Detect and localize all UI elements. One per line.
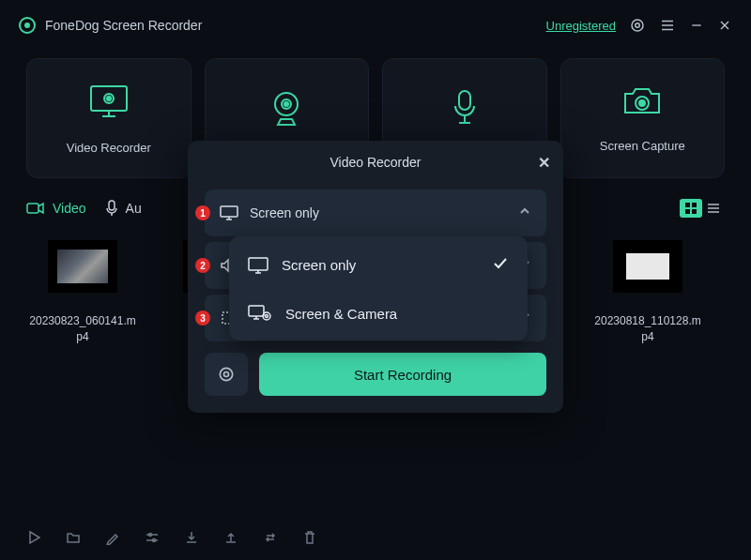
source-selector[interactable]: 1 Screen only: [205, 189, 546, 236]
svg-point-0: [632, 20, 643, 31]
option-screen-camera[interactable]: Screen & Camera: [229, 290, 528, 337]
titlebar: FoneDog Screen Recorder Unregistered: [0, 0, 751, 51]
titlebar-right: Unregistered: [546, 17, 732, 34]
list-item[interactable]: 20230818_110128.mp4: [591, 240, 704, 345]
svg-point-1: [636, 23, 640, 28]
app-logo-icon: [19, 17, 36, 34]
svg-rect-26: [685, 209, 690, 214]
settings-gear-icon[interactable]: [629, 17, 646, 34]
registration-link[interactable]: Unregistered: [546, 19, 616, 33]
start-recording-button[interactable]: Start Recording: [259, 353, 546, 396]
download-icon[interactable]: [184, 530, 199, 545]
mode-video-recorder[interactable]: Video Recorder: [26, 58, 192, 178]
thumbnail-icon: [613, 240, 682, 293]
thumbnail-icon: [48, 240, 117, 293]
video-camera-icon: [26, 202, 45, 215]
check-icon: [492, 255, 509, 275]
svg-point-15: [284, 102, 288, 106]
app-title: FoneDog Screen Recorder: [45, 18, 202, 33]
webcam-icon: [268, 89, 305, 130]
tab-label: Video: [53, 201, 86, 216]
svg-point-48: [266, 315, 268, 318]
recording-settings-button[interactable]: [205, 353, 248, 396]
monitor-icon: [220, 205, 238, 220]
bottom-toolbar: [26, 530, 317, 545]
svg-rect-44: [249, 306, 264, 316]
file-name: 20230818_110128.mp4: [591, 313, 704, 345]
sliders-icon[interactable]: [145, 530, 160, 545]
close-icon[interactable]: ✕: [538, 154, 550, 172]
tab-video[interactable]: Video: [26, 201, 86, 216]
trash-icon[interactable]: [302, 530, 317, 545]
svg-point-39: [220, 368, 232, 380]
svg-rect-41: [249, 258, 268, 270]
callout-badge: 3: [195, 310, 210, 325]
svg-rect-35: [221, 206, 238, 217]
tab-label: Au: [126, 201, 142, 216]
gear-icon: [217, 365, 236, 384]
chevron-up-icon: [518, 204, 531, 221]
microphone-small-icon: [105, 200, 118, 217]
svg-point-20: [639, 100, 645, 106]
option-screen-only[interactable]: Screen only: [229, 240, 528, 290]
source-dropdown: Screen only Screen & Camera: [229, 236, 528, 341]
monitor-camera-icon: [248, 305, 272, 322]
svg-rect-25: [692, 203, 697, 207]
view-toggle: [680, 199, 725, 218]
play-icon[interactable]: [26, 530, 41, 545]
source-label: Screen only: [250, 205, 518, 220]
svg-rect-22: [109, 201, 115, 210]
option-label: Screen only: [282, 257, 356, 273]
menu-icon[interactable]: [659, 17, 676, 34]
svg-rect-21: [27, 204, 38, 213]
callout-badge: 2: [195, 258, 210, 273]
callout-badge: 1: [195, 205, 210, 220]
convert-icon[interactable]: [263, 530, 278, 545]
titlebar-left: FoneDog Screen Recorder: [19, 17, 202, 34]
file-name: 20230823_060141.mp4: [26, 313, 139, 345]
list-item[interactable]: 20230823_060141.mp4: [26, 240, 139, 345]
grid-view-icon[interactable]: [680, 199, 702, 218]
upload-icon[interactable]: [223, 530, 238, 545]
svg-rect-27: [692, 209, 697, 214]
mode-label: Screen Capture: [600, 139, 685, 153]
camera-icon: [621, 84, 663, 122]
tab-audio[interactable]: Au: [105, 200, 142, 217]
modal-title: Video Recorder: [330, 155, 421, 170]
option-label: Screen & Camera: [285, 306, 397, 322]
start-label: Start Recording: [354, 367, 452, 383]
modal-actions: Start Recording: [205, 353, 546, 396]
svg-point-12: [107, 97, 111, 100]
mode-screen-capture[interactable]: Screen Capture: [560, 58, 726, 178]
svg-rect-16: [459, 91, 470, 110]
monitor-record-icon: [87, 83, 130, 124]
minimize-icon[interactable]: [689, 18, 704, 33]
list-view-icon[interactable]: [702, 199, 725, 218]
folder-icon[interactable]: [66, 530, 81, 545]
monitor-icon: [248, 257, 268, 274]
svg-rect-24: [685, 203, 690, 207]
svg-point-40: [224, 372, 229, 377]
mode-label: Video Recorder: [67, 141, 151, 155]
close-icon[interactable]: [717, 18, 732, 33]
modal-header: Video Recorder ✕: [188, 141, 563, 184]
edit-icon[interactable]: [105, 530, 120, 545]
microphone-icon: [448, 87, 482, 132]
